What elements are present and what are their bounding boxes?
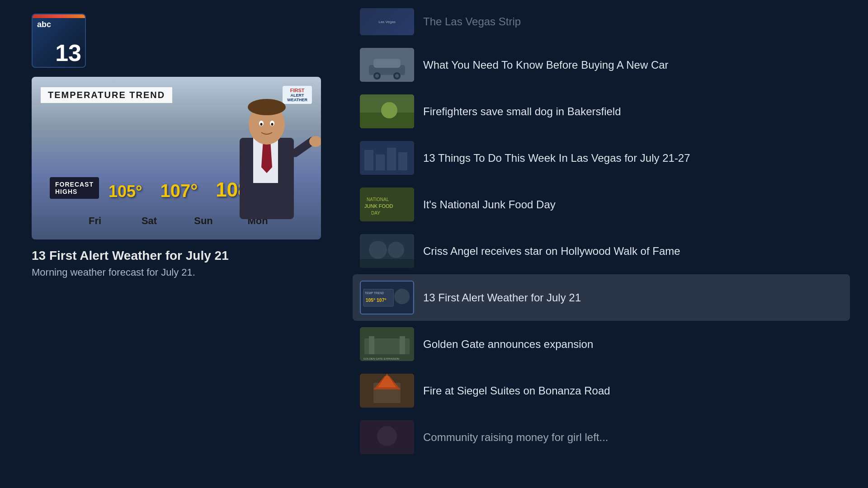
svg-rect-24 xyxy=(387,148,396,170)
news-item-partial-top[interactable]: Las Vegas The Las Vegas Strip xyxy=(353,5,850,42)
svg-text:105° 107°: 105° 107° xyxy=(366,298,387,303)
thumb-criss-angel xyxy=(360,234,414,268)
news-item-new-car[interactable]: What You Need To Know Before Buying A Ne… xyxy=(353,42,850,88)
logo-stripe xyxy=(33,14,85,18)
news-text-weather: 13 First Alert Weather for July 21 xyxy=(423,291,581,305)
svg-point-4 xyxy=(248,99,286,115)
thumb-13things xyxy=(360,141,414,175)
svg-point-20 xyxy=(381,102,397,118)
news-item-junkfood[interactable]: NATIONAL JUNK FOOD DAY It's National Jun… xyxy=(353,181,850,228)
video-title: 13 First Alert Weather for July 21 xyxy=(32,249,326,263)
news-item-golden-gate[interactable]: GOLDEN GATE EXPANSION Golden Gate announ… xyxy=(353,321,850,367)
news-text-firefighters: Firefighters save small dog in Bakersfie… xyxy=(423,104,621,118)
news-item-siegel[interactable]: Fire at Siegel Suites on Bonanza Road xyxy=(353,367,850,414)
news-text-new-car: What You Need To Know Before Buying A Ne… xyxy=(423,58,669,72)
abc13-logo: abc 13 xyxy=(32,14,86,68)
svg-point-38 xyxy=(394,289,410,304)
temp-sat: 107° xyxy=(160,181,198,201)
news-text-siegel-suites: Fire at Siegel Suites on Bonanza Road xyxy=(423,384,610,398)
thumb-lasvegas-strip: Las Vegas xyxy=(360,8,414,35)
news-text-golden-gate: Golden Gate announces expansion xyxy=(423,337,593,351)
partial-top-text: The Las Vegas Strip xyxy=(423,15,521,28)
svg-point-15 xyxy=(375,74,379,78)
news-text-13things: 13 Things To Do This Week In Las Vegas f… xyxy=(423,151,690,165)
svg-text:JUNK FOOD: JUNK FOOD xyxy=(364,203,393,209)
news-item-firefighters[interactable]: Firefighters save small dog in Bakersfie… xyxy=(353,88,850,135)
thumb-golden-gate: GOLDEN GATE EXPANSION xyxy=(360,327,414,361)
thumb-community xyxy=(360,420,414,454)
svg-rect-41 xyxy=(369,336,374,354)
logo-abc-text: abc xyxy=(37,20,51,29)
svg-text:DAY: DAY xyxy=(371,211,380,216)
thumb-weather: TEMP TREND 105° 107° xyxy=(360,281,414,314)
svg-text:TEMP TREND: TEMP TREND xyxy=(365,291,384,295)
forecast-label-1: FORECAST xyxy=(55,181,94,188)
video-description: 13 First Alert Weather for July 21 Morni… xyxy=(32,249,326,278)
svg-rect-23 xyxy=(376,155,385,170)
svg-point-17 xyxy=(395,74,399,78)
weatherman-figure xyxy=(208,93,321,228)
svg-point-7 xyxy=(260,123,263,126)
svg-point-32 xyxy=(388,242,404,258)
forecast-highs-box: FORECAST HIGHS xyxy=(50,177,99,199)
day-sat: Sat xyxy=(133,215,165,227)
video-player[interactable]: TEMPERATURE TREND FIRST ALERT WEATHER FO… xyxy=(32,77,321,239)
svg-rect-33 xyxy=(360,259,414,268)
svg-point-31 xyxy=(369,241,387,259)
video-subtitle: Morning weather forecast for July 21. xyxy=(32,267,326,278)
thumb-junkfood: NATIONAL JUNK FOOD DAY xyxy=(360,188,414,221)
thumb-firefighters xyxy=(360,94,414,128)
news-item-13things[interactable]: 13 Things To Do This Week In Las Vegas f… xyxy=(353,135,850,181)
logo-13-text: 13 xyxy=(55,41,81,65)
thumb-new-car xyxy=(360,48,414,82)
temp-fri: 105° xyxy=(108,182,142,201)
logo-container[interactable]: abc 13 xyxy=(32,14,86,68)
svg-rect-13 xyxy=(373,59,401,68)
svg-rect-42 xyxy=(400,336,405,354)
news-text-criss-angel: Criss Angel receives star on Hollywood W… xyxy=(423,244,680,258)
svg-text:GOLDEN GATE EXPANSION: GOLDEN GATE EXPANSION xyxy=(363,357,399,360)
day-fri: Fri xyxy=(79,215,111,227)
svg-text:NATIONAL: NATIONAL xyxy=(367,197,389,202)
temp-trend-title: TEMPERATURE TREND xyxy=(41,87,172,103)
svg-rect-22 xyxy=(364,150,373,170)
news-text-community: Community raising money for girl left... xyxy=(423,430,608,444)
news-item-community[interactable]: Community raising money for girl left... xyxy=(353,414,850,460)
news-item-criss-angel[interactable]: Criss Angel receives star on Hollywood W… xyxy=(353,228,850,274)
svg-rect-25 xyxy=(398,152,407,170)
thumb-siegel-suites xyxy=(360,374,414,408)
forecast-label-2: HIGHS xyxy=(55,188,94,195)
svg-marker-2 xyxy=(261,140,272,173)
left-panel: abc 13 TEMPERATURE TREND FIRST ALERT WEA… xyxy=(0,0,344,488)
news-text-junkfood: It's National Junk Food Day xyxy=(423,197,556,211)
news-item-weather[interactable]: TEMP TREND 105° 107° 13 First Alert Weat… xyxy=(353,274,850,321)
thumb-overlay: Las Vegas xyxy=(360,8,414,35)
right-panel: Las Vegas The Las Vegas Strip What You N… xyxy=(344,0,868,488)
svg-point-8 xyxy=(271,123,274,126)
svg-point-49 xyxy=(377,426,397,446)
